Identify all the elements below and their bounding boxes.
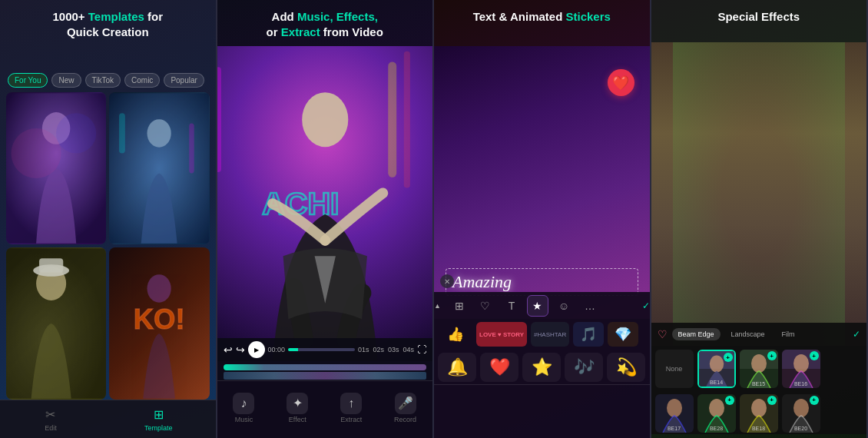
nav-extract-label: Extract xyxy=(340,416,362,423)
template-icon: ⊞ xyxy=(151,407,166,423)
nav-template[interactable]: ⊞ Template xyxy=(144,407,173,432)
fx-tab-film[interactable]: Film xyxy=(776,328,801,340)
sticker-hashtag[interactable]: #HASHTAR xyxy=(531,322,569,347)
nav-record[interactable]: 🎤 Record xyxy=(394,393,416,423)
tab-for-you[interactable]: For You xyxy=(8,73,48,88)
fx-be18-label: BE18 xyxy=(740,426,778,431)
tab-popular[interactable]: Popular xyxy=(164,73,204,88)
timeline-audio-bar xyxy=(224,364,427,370)
fx-be14-add-icon[interactable]: + xyxy=(724,353,733,362)
nav-record-label: Record xyxy=(394,416,416,423)
undo-icon[interactable]: ↩ xyxy=(224,343,233,356)
sticker-heart-big[interactable]: ❤️ xyxy=(480,353,518,382)
svg-point-21 xyxy=(302,92,348,147)
duration-marks: 01s 02s 03s 04s xyxy=(358,346,414,353)
svg-point-47 xyxy=(793,354,809,373)
panel4-title: Special Effects xyxy=(651,9,867,25)
fx-thumb-be14[interactable]: BE14 + xyxy=(697,350,736,388)
fx-heart-icon[interactable]: ♡ xyxy=(658,328,668,340)
chevron-up-icon[interactable]: ▲ xyxy=(434,302,441,310)
grid-icon[interactable]: ⊞ xyxy=(449,295,470,317)
sticker-bell[interactable]: 🔔 xyxy=(438,353,476,382)
emoji-icon[interactable]: ☺ xyxy=(553,295,575,317)
panel-music: Add Music, Effects, or Extract from Vide… xyxy=(217,0,435,438)
sticker-row-1: 👍 LOVE ♥ STORY #HASHTAR 🎵 💎 xyxy=(434,319,650,350)
template-cell-2[interactable] xyxy=(109,92,209,244)
panel2-music-effects: Music, Effects, xyxy=(297,10,378,23)
progress-bar[interactable] xyxy=(288,348,355,351)
sticker-extra-4[interactable]: 🎶 xyxy=(565,353,603,382)
close-text-icon[interactable]: ✕ xyxy=(440,274,454,288)
panel3-bottom-nav xyxy=(434,384,650,438)
heart-toolbar-icon[interactable]: ♡ xyxy=(475,295,496,317)
tab-tiktok[interactable]: TikTok xyxy=(85,73,121,88)
extract-icon: ↑ xyxy=(340,393,362,414)
redo-icon[interactable]: ↪ xyxy=(236,343,245,356)
confirm-icon[interactable]: ✓ xyxy=(642,300,650,311)
svg-point-5 xyxy=(147,119,171,147)
template-tabs: For You New TikTok Comic Popular xyxy=(8,73,204,88)
fx-thumb-be15[interactable]: BE15 + xyxy=(740,350,778,388)
panel1-bottom-nav: ✂ Edit ⊞ Template xyxy=(0,400,216,438)
panel1-title: 1000+ Templates for Quick Creation xyxy=(0,9,216,39)
panel4-fx-tabs: ♡ Beam Edge Landscape Film ✓ xyxy=(651,323,867,346)
fx-thumb-be18[interactable]: BE18 + xyxy=(740,394,778,433)
fx-be18-add-icon[interactable]: + xyxy=(767,396,777,405)
fx-be16-add-icon[interactable]: + xyxy=(810,351,819,360)
fx-be28-add-icon[interactable]: + xyxy=(725,396,734,405)
fx-be15-add-icon[interactable]: + xyxy=(767,351,777,360)
svg-point-41 xyxy=(709,356,723,373)
sticker-extra-2[interactable]: 💎 xyxy=(608,322,638,347)
svg-rect-6 xyxy=(119,113,125,153)
nav-music[interactable]: ♪ Music xyxy=(233,393,254,423)
fx-be20-add-icon[interactable]: + xyxy=(810,396,819,405)
panel1-title-1000: 1000+ xyxy=(52,10,88,23)
sticker-extra-5[interactable]: 💫 xyxy=(607,353,645,382)
panel4-video-preview xyxy=(651,42,867,346)
nav-edit[interactable]: ✂ Edit xyxy=(43,407,58,432)
tab-new[interactable]: New xyxy=(51,73,81,88)
more-icon[interactable]: … xyxy=(579,295,601,317)
sticker-extra-3[interactable]: ⭐ xyxy=(522,353,561,382)
fx-thumb-none[interactable]: None xyxy=(655,350,694,388)
panel1-title-for: for xyxy=(144,10,163,23)
fx-tab-beam-edge[interactable]: Beam Edge xyxy=(672,328,721,340)
svg-point-2 xyxy=(12,128,61,178)
svg-rect-18 xyxy=(388,62,396,178)
sticker-icon[interactable]: ★ xyxy=(527,295,548,317)
fullscreen-icon[interactable]: ⛶ xyxy=(417,344,426,355)
template-cell-1[interactable] xyxy=(6,92,106,244)
record-icon: 🎤 xyxy=(395,393,416,414)
panel-templates: 1000+ Templates for Quick Creation For Y… xyxy=(0,0,217,438)
sticker-love-story[interactable]: LOVE ♥ STORY xyxy=(476,322,527,347)
fx-thumb-be20[interactable]: BE20 + xyxy=(782,394,820,433)
panel-special-effects: Special Effects xyxy=(651,0,869,438)
panel1-title-templates: Templates xyxy=(88,10,144,23)
svg-point-3 xyxy=(56,113,96,153)
fx-thumb-be17[interactable]: BE17 xyxy=(655,394,694,433)
panel3-stickers: Stickers xyxy=(565,10,610,23)
panel4-thumbnail-row1: None BE14 + BE15 + xyxy=(651,346,867,392)
template-cell-4[interactable]: KO! KO! xyxy=(109,247,209,400)
play-button[interactable]: ▶ xyxy=(248,341,265,358)
fx-confirm-icon[interactable]: ✓ xyxy=(853,329,860,340)
nav-effect[interactable]: ✦ Effect xyxy=(287,393,308,423)
tab-comic[interactable]: Comic xyxy=(124,73,160,88)
svg-rect-19 xyxy=(403,51,409,188)
svg-point-44 xyxy=(751,354,767,373)
nav-template-label: Template xyxy=(144,424,173,432)
template-cell-3[interactable] xyxy=(6,247,106,400)
panel4-thumbnail-row2: BE17 BE28 + BE18 + xyxy=(651,392,867,434)
fx-tab-landscape[interactable]: Landscape xyxy=(725,328,771,340)
nav-extract[interactable]: ↑ Extract xyxy=(340,393,362,423)
sticker-thumbs-up[interactable]: 👍 xyxy=(438,322,472,347)
sticker-extra-1[interactable]: 🎵 xyxy=(573,322,604,347)
panel2-timeline[interactable] xyxy=(217,361,433,380)
panel3-amp: & Animated xyxy=(495,10,565,23)
fx-thumb-be28[interactable]: BE28 + xyxy=(697,394,736,433)
svg-point-55 xyxy=(793,399,809,417)
fx-be17-label: BE17 xyxy=(655,426,694,431)
panel2-add: Add xyxy=(272,10,297,23)
text-icon[interactable]: T xyxy=(501,295,522,317)
fx-thumb-be16[interactable]: BE16 + xyxy=(782,350,820,388)
